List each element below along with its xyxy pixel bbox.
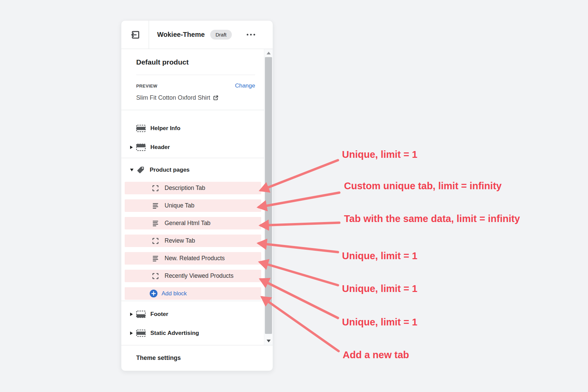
scrollbar-thumb[interactable] (265, 57, 272, 334)
annotation-text: Unique, limit = 1 (342, 249, 417, 262)
dot-icon (250, 34, 252, 35)
section-header-icon (136, 144, 146, 151)
page: { "header": { "title": "Wokiee-Theme", "… (0, 0, 588, 392)
block-row-description-tab[interactable]: Description Tab (125, 182, 261, 194)
theme-title: Wokiee-Theme (157, 31, 205, 39)
panel-body: Default product PREVIEW Change Slim Fit … (121, 49, 273, 345)
add-block-label: Add block (162, 290, 187, 297)
section-middle-icon (136, 125, 146, 132)
theme-editor-panel: Wokiee-Theme Draft Default product PREVI… (121, 20, 273, 371)
preview-product-row: Slim Fit Cotton Oxford Shirt (136, 93, 255, 102)
theme-settings-button[interactable]: Theme settings (121, 345, 273, 371)
add-block-button[interactable]: Add block (125, 287, 261, 300)
section-divider (121, 301, 265, 301)
block-row-review-tab[interactable]: Review Tab (125, 235, 261, 247)
block-label: Description Tab (165, 185, 205, 192)
section-row-footer[interactable]: Footer (121, 305, 265, 324)
block-row-recently-viewed-products[interactable]: Recently Viewed Products (125, 270, 261, 282)
section-row-header[interactable]: Header (121, 138, 265, 157)
block-row-new-related-products[interactable]: New. Related Products (125, 252, 261, 265)
text-lines-icon (152, 220, 159, 227)
block-row-unique-tab[interactable]: Unique Tab (125, 199, 261, 212)
chevron-right-icon[interactable] (130, 146, 136, 149)
annotation-text: Add a new tab (343, 348, 409, 361)
section-label: Product pages (150, 167, 190, 173)
section-middle-icon (136, 329, 146, 337)
divider (136, 75, 255, 75)
preview-row: PREVIEW Change (136, 82, 255, 90)
preview-product-name: Slim Fit Cotton Oxford Shirt (136, 94, 210, 101)
annotation-text: Tab with the same data, limit = infinity (344, 212, 520, 225)
text-lines-icon (152, 202, 159, 210)
dot-icon (247, 34, 248, 35)
section-footer-icon (136, 311, 146, 318)
scroll-down-arrow-icon[interactable] (267, 340, 271, 342)
corner-brackets-icon (152, 237, 159, 245)
section-divider (121, 110, 265, 110)
scrollbar[interactable] (264, 49, 273, 345)
annotation-text: Unique, limit = 1 (342, 316, 417, 328)
block-label: Review Tab (165, 237, 195, 244)
annotation-text: Unique, limit = 1 (342, 282, 417, 295)
chevron-down-icon[interactable] (130, 169, 136, 171)
annotation-text: Unique, limit = 1 (342, 148, 417, 161)
external-link-icon[interactable] (213, 95, 219, 101)
page-title: Default product (136, 56, 255, 68)
text-lines-icon (152, 255, 159, 262)
corner-brackets-icon (152, 272, 159, 280)
section-row-static-advertising[interactable]: Static Advertising (121, 324, 265, 343)
exit-back-icon (130, 30, 140, 40)
section-label: Footer (150, 311, 168, 318)
annotation-text: Custom unique tab, limit = infinity (344, 179, 501, 192)
section-label: Header (150, 144, 170, 151)
corner-brackets-icon (152, 185, 159, 192)
block-label: New. Related Products (165, 255, 225, 262)
preview-label: PREVIEW (136, 83, 157, 89)
section-row-product-pages[interactable]: Product pages (121, 158, 265, 182)
scroll-content: Default product PREVIEW Change Slim Fit … (121, 49, 265, 343)
section-label: Static Advertising (150, 330, 199, 337)
more-menu-button[interactable] (245, 32, 257, 38)
block-label: Unique Tab (165, 202, 194, 209)
annotation-arrows (0, 0, 588, 392)
panel-header: Wokiee-Theme Draft (121, 21, 273, 49)
theme-settings-label: Theme settings (136, 354, 181, 362)
page-info-section: Default product PREVIEW Change Slim Fit … (121, 49, 265, 110)
tag-icon (136, 166, 145, 174)
annotation-arrow (262, 297, 339, 351)
scroll-up-arrow-icon[interactable] (267, 52, 271, 54)
chevron-right-icon[interactable] (130, 332, 136, 335)
plus-circle-icon (150, 290, 157, 297)
change-link[interactable]: Change (235, 82, 255, 89)
block-row-general-html-tab[interactable]: General Html Tab (125, 217, 261, 229)
section-row-helper-info[interactable]: Helper Info (121, 119, 265, 138)
block-label: General Html Tab (165, 220, 211, 227)
block-label: Recently Viewed Products (165, 272, 234, 279)
status-badge: Draft (210, 30, 232, 40)
section-label: Helper Info (150, 125, 180, 132)
chevron-right-icon[interactable] (130, 313, 136, 316)
back-button[interactable] (121, 21, 149, 49)
dot-icon (253, 34, 255, 35)
